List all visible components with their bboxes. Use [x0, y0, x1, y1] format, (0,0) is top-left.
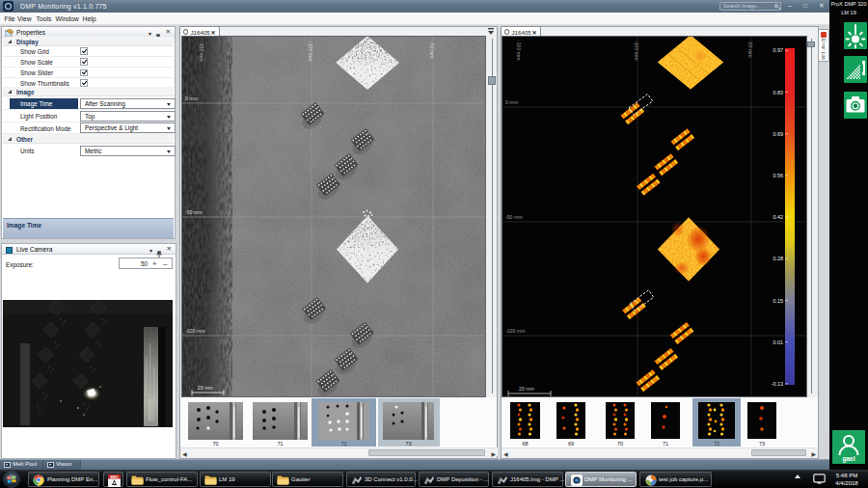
svg-text:-100 mm: -100 mm — [505, 328, 525, 334]
svg-text:0.83: 0.83 — [773, 90, 784, 95]
svg-text:0.56: 0.56 — [773, 173, 784, 178]
svg-text:0.01: 0.01 — [773, 339, 784, 345]
svg-text:-150 mm: -150 mm — [516, 41, 522, 60]
svg-text:0 mm: 0 mm — [185, 95, 198, 101]
svg-text:-50 mm: -50 mm — [429, 41, 435, 59]
svg-text:0.28: 0.28 — [773, 256, 784, 261]
svg-text:0.42: 0.42 — [773, 214, 784, 220]
svg-text:-50 mm: -50 mm — [747, 41, 753, 58]
svg-text:0.15: 0.15 — [773, 298, 784, 304]
svg-text:0.69: 0.69 — [773, 131, 784, 137]
svg-text:20 mm: 20 mm — [198, 385, 213, 391]
svg-text:-50 mm: -50 mm — [505, 214, 523, 220]
svg-text:-150 mm: -150 mm — [199, 41, 204, 61]
svg-text:gael: gael — [842, 455, 854, 463]
svg-text:0 mm: 0 mm — [505, 99, 518, 105]
svg-text:20 mm: 20 mm — [519, 386, 534, 392]
svg-text:-50 mm: -50 mm — [185, 209, 203, 215]
svg-text:-100 mm: -100 mm — [185, 328, 204, 334]
svg-text:-100 mm: -100 mm — [634, 41, 639, 60]
svg-text:EMO: EMO — [110, 474, 118, 478]
svg-text:-100 mm: -100 mm — [308, 41, 313, 61]
svg-text:0.97: 0.97 — [773, 47, 784, 53]
svg-text:-0.13: -0.13 — [772, 381, 783, 387]
